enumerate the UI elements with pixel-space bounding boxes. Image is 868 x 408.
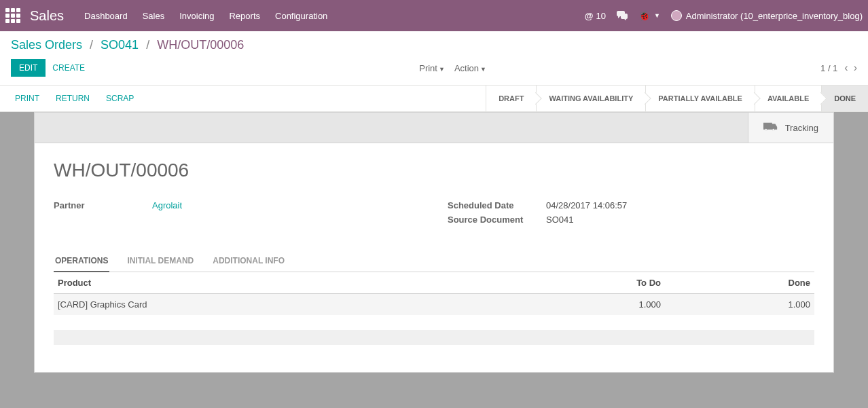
th-product: Product bbox=[54, 272, 516, 294]
brand: Sales bbox=[30, 8, 64, 24]
nav-sales[interactable]: Sales bbox=[143, 11, 165, 21]
scheduled-value: 04/28/2017 14:06:57 bbox=[546, 200, 814, 210]
breadcrumb-current: WH/OUT/00006 bbox=[157, 38, 244, 52]
sheet-wrap: Tracking WH/OUT/00006 Partner Agrolait S… bbox=[0, 112, 868, 407]
status-draft[interactable]: DRAFT bbox=[486, 86, 536, 111]
edit-button[interactable]: EDIT bbox=[11, 59, 46, 77]
debug-icon[interactable]: 🐞▼ bbox=[638, 10, 660, 21]
th-todo: To Do bbox=[516, 272, 665, 294]
partner-label: Partner bbox=[54, 200, 152, 210]
tab-operations[interactable]: OPERATIONS bbox=[54, 251, 109, 272]
nav-menu: Dashboard Sales Invoicing Reports Config… bbox=[84, 11, 585, 21]
apps-icon[interactable] bbox=[5, 8, 20, 23]
status-available[interactable]: AVAILABLE bbox=[755, 86, 821, 111]
messages-count: 10 bbox=[596, 11, 605, 21]
action-dropdown[interactable]: Action▼ bbox=[454, 63, 486, 73]
tab-additional-info[interactable]: ADDITIONAL INFO bbox=[211, 251, 286, 272]
chat-icon[interactable] bbox=[617, 11, 628, 20]
record-title: WH/OUT/00006 bbox=[54, 160, 814, 181]
status-waiting[interactable]: WAITING AVAILABILITY bbox=[536, 86, 645, 111]
control-panel: Sales Orders / SO041 / WH/OUT/00006 EDIT… bbox=[0, 31, 868, 86]
footer-row bbox=[54, 330, 814, 345]
operations-table: Product To Do Done [CARD] Graphics Card … bbox=[54, 272, 814, 345]
nav-invoicing[interactable]: Invoicing bbox=[179, 11, 214, 21]
print-action[interactable]: PRINT bbox=[15, 94, 39, 103]
source-label: Source Document bbox=[448, 215, 546, 225]
breadcrumb-parent[interactable]: SO041 bbox=[101, 38, 139, 52]
tracking-label: Tracking bbox=[785, 123, 818, 133]
partner-link[interactable]: Agrolait bbox=[152, 200, 182, 210]
nav-right: @10 🐞▼ Administrator (10_enterprice_inve… bbox=[585, 10, 863, 21]
status-done[interactable]: DONE bbox=[821, 86, 868, 111]
breadcrumb-root[interactable]: Sales Orders bbox=[11, 38, 82, 52]
form-sheet: WH/OUT/00006 Partner Agrolait Scheduled … bbox=[34, 143, 834, 373]
statusbar: DRAFT WAITING AVAILABILITY PARTIALLY AVA… bbox=[486, 86, 868, 111]
print-dropdown[interactable]: Print▼ bbox=[419, 63, 445, 73]
user-name: Administrator (10_enterprice_inventory_b… bbox=[686, 11, 863, 21]
truck-icon bbox=[763, 122, 778, 133]
source-value: SO041 bbox=[546, 215, 814, 225]
avatar bbox=[671, 10, 682, 21]
return-action[interactable]: RETURN bbox=[56, 94, 90, 103]
nav-configuration[interactable]: Configuration bbox=[275, 11, 327, 21]
pager-text: 1 / 1 bbox=[820, 63, 837, 73]
th-done: Done bbox=[665, 272, 814, 294]
scrap-action[interactable]: SCRAP bbox=[106, 94, 134, 103]
cell-todo: 1.000 bbox=[516, 294, 665, 316]
spacer-row bbox=[54, 315, 814, 330]
pager-next-icon[interactable]: › bbox=[854, 62, 857, 74]
create-button[interactable]: CREATE bbox=[52, 63, 85, 73]
table-row[interactable]: [CARD] Graphics Card 1.000 1.000 bbox=[54, 294, 814, 316]
tab-initial-demand[interactable]: INITIAL DEMAND bbox=[126, 251, 195, 272]
cell-product: [CARD] Graphics Card bbox=[54, 294, 516, 316]
top-nav: Sales Dashboard Sales Invoicing Reports … bbox=[0, 0, 868, 31]
cell-done: 1.000 bbox=[665, 294, 814, 316]
user-menu[interactable]: Administrator (10_enterprice_inventory_b… bbox=[671, 10, 863, 21]
breadcrumb: Sales Orders / SO041 / WH/OUT/00006 bbox=[11, 38, 244, 52]
action-bar: PRINT RETURN SCRAP DRAFT WAITING AVAILAB… bbox=[0, 86, 868, 112]
sheet-header: Tracking bbox=[34, 112, 834, 143]
tabs: OPERATIONS INITIAL DEMAND ADDITIONAL INF… bbox=[54, 251, 814, 272]
pager-prev-icon[interactable]: ‹ bbox=[844, 62, 848, 74]
nav-reports[interactable]: Reports bbox=[229, 11, 260, 21]
nav-dashboard[interactable]: Dashboard bbox=[84, 11, 128, 21]
scheduled-label: Scheduled Date bbox=[448, 200, 546, 210]
status-partial[interactable]: PARTIALLY AVAILABLE bbox=[645, 86, 755, 111]
messages-icon[interactable]: @10 bbox=[585, 11, 606, 21]
tracking-button[interactable]: Tracking bbox=[748, 113, 833, 143]
